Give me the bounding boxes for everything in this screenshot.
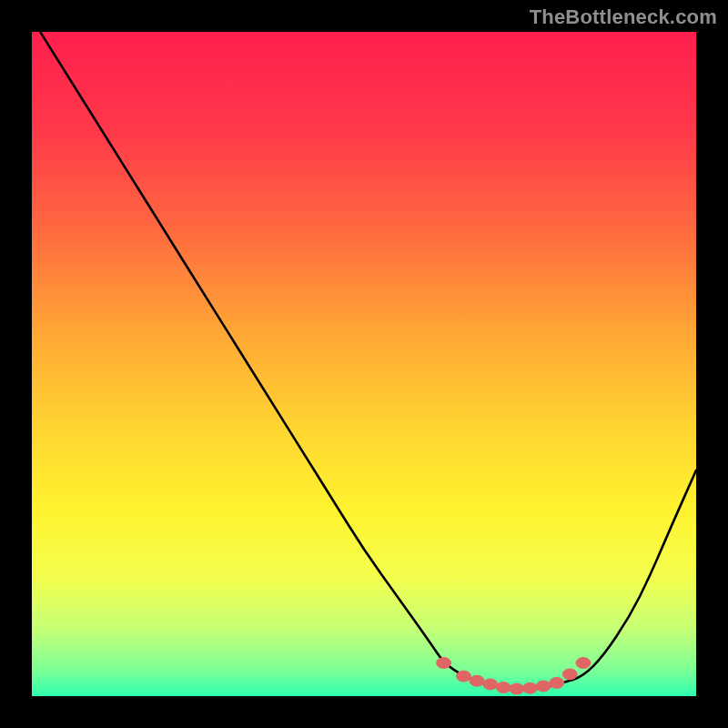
watermark-text: TheBottleneck.com xyxy=(530,5,717,29)
optimal-marker xyxy=(457,671,471,682)
plot-background xyxy=(32,32,696,696)
optimal-marker xyxy=(536,681,551,692)
optimal-marker xyxy=(470,675,484,686)
optimal-marker xyxy=(483,679,498,690)
optimal-marker xyxy=(562,669,577,680)
optimal-marker xyxy=(496,682,511,693)
optimal-marker xyxy=(523,682,538,693)
bottleneck-chart xyxy=(0,0,728,728)
optimal-marker xyxy=(437,658,451,669)
optimal-marker xyxy=(510,683,524,694)
chart-root: TheBottleneck.com xyxy=(0,0,728,728)
optimal-marker xyxy=(576,658,591,669)
optimal-marker xyxy=(550,677,564,688)
